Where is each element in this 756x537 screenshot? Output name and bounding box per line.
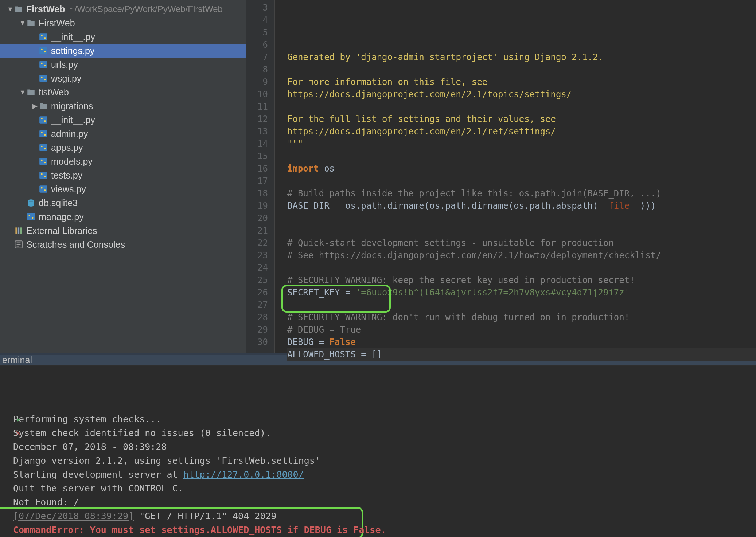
project-tree[interactable]: ▼FirstWeb~/WorkSpace/PyWork/PyWeb/FirstW…: [0, 0, 246, 353]
expand-arrow-icon[interactable]: ▼: [19, 89, 26, 96]
tree-file-apps-py[interactable]: apps.py: [0, 141, 246, 154]
tree-file-urls-py[interactable]: urls.py: [0, 58, 246, 71]
line-number: 16: [246, 162, 268, 175]
tree-folder-migrations[interactable]: ▶migrations: [0, 99, 246, 113]
code-line[interactable]: DEBUG = False: [287, 336, 756, 348]
expand-arrow-icon[interactable]: ▼: [19, 19, 26, 27]
tree-folder-fistweb[interactable]: ▼fistWeb: [0, 85, 246, 99]
code-line[interactable]: SECRET_KEY = '=6uuox9s!b^(l64i&ajvrlss2f…: [287, 286, 756, 299]
code-line[interactable]: # SECURITY WARNING: don't run with debug…: [287, 311, 756, 324]
code-line[interactable]: import os: [287, 162, 756, 175]
svg-point-17: [44, 134, 46, 136]
svg-point-23: [44, 162, 46, 163]
tree-file-models-py[interactable]: models.py: [0, 154, 246, 168]
line-number: 24: [246, 262, 268, 274]
tree-file-external-libraries[interactable]: External Libraries: [0, 224, 246, 238]
terminal-link[interactable]: http://127.0.0.1:8000/: [183, 469, 304, 480]
code-line[interactable]: # Build paths inside the project like th…: [287, 187, 756, 200]
expand-arrow-icon[interactable]: ▶: [31, 102, 39, 110]
tree-file-wsgi-py[interactable]: wsgi.py: [0, 71, 246, 85]
code-line[interactable]: [287, 212, 756, 224]
svg-rect-0: [39, 33, 47, 40]
py-icon: [39, 143, 48, 152]
code-line[interactable]: https://docs.djangoproject.com/en/2.1/to…: [287, 88, 756, 101]
code-token: For the full list of settings and their …: [287, 114, 556, 124]
tree-folder-firstweb[interactable]: ▼FirstWeb: [0, 16, 246, 30]
code-line[interactable]: # Quick-start development settings - uns…: [287, 237, 756, 249]
code-line[interactable]: [287, 63, 756, 76]
line-number: 30: [246, 336, 268, 348]
tree-item-label: tests.py: [51, 170, 82, 181]
tree-item-label: FirstWeb: [26, 4, 65, 15]
terminal-tab[interactable]: erminal: [0, 355, 34, 365]
terminal-text: Performing system checks...: [13, 414, 161, 424]
code-line[interactable]: # See https://docs.djangoproject.com/en/…: [287, 249, 756, 262]
line-number: 13: [246, 125, 268, 138]
terminal-text: System check identified no issues (0 sil…: [13, 428, 271, 438]
code-line[interactable]: Generated by 'django-admin startproject'…: [287, 51, 756, 63]
svg-point-30: [28, 199, 34, 202]
tree-file-tests-py[interactable]: tests.py: [0, 168, 246, 182]
line-number: 3: [246, 1, 268, 14]
code-line[interactable]: [287, 39, 756, 51]
svg-rect-36: [20, 227, 22, 234]
tree-item-label: manage.py: [39, 212, 84, 222]
code-line[interactable]: BASE_DIR = os.path.dirname(os.path.dirna…: [287, 200, 756, 212]
tree-file-db-sqlite3[interactable]: db.sqlite3: [0, 196, 246, 210]
code-token: # Quick-start development settings - uns…: [287, 238, 614, 248]
code-line[interactable]: [287, 150, 756, 162]
tree-file-__init__-py[interactable]: __init__.py: [0, 30, 246, 44]
line-number: 8: [246, 63, 268, 76]
ide-root: ▼FirstWeb~/WorkSpace/PyWork/PyWeb/FirstW…: [0, 0, 756, 537]
py-icon: [39, 157, 48, 166]
terminal-text: Django version 2.1.2, using settings 'Fi…: [13, 455, 320, 466]
code-token: https://docs.djangoproject.com/en/2.1/re…: [287, 126, 556, 137]
tree-file-views-py[interactable]: views.py: [0, 182, 246, 196]
tree-file-manage-py[interactable]: manage.py: [0, 210, 246, 224]
line-number: 19: [246, 200, 268, 212]
code-line[interactable]: For more information on this file, see: [287, 76, 756, 88]
svg-point-4: [41, 49, 43, 50]
code-line[interactable]: https://docs.djangoproject.com/en/2.1/re…: [287, 125, 756, 138]
code-token: # SECURITY WARNING: keep the secret key …: [287, 275, 635, 285]
code-line[interactable]: [287, 175, 756, 187]
code-line[interactable]: ALLOWED_HOSTS = []: [287, 348, 756, 361]
code-token: __file__: [598, 201, 640, 211]
code-token: SECRET_KEY =: [287, 287, 356, 298]
terminal-text: Starting development server at: [13, 469, 183, 480]
code-line[interactable]: [287, 224, 756, 237]
tree-item-label: urls.py: [51, 59, 78, 70]
svg-point-14: [44, 120, 46, 122]
code-line[interactable]: [287, 299, 756, 311]
tree-file-scratches-and-consoles[interactable]: Scratches and Consoles: [0, 238, 246, 251]
terminal[interactable]: ▸Performing system checks...✕System chec…: [0, 366, 756, 537]
tree-folder-firstweb[interactable]: ▼FirstWeb~/WorkSpace/PyWork/PyWeb/FirstW…: [0, 2, 246, 16]
terminal-line: Not Found: /: [13, 495, 756, 509]
tree-item-label: apps.py: [51, 142, 83, 153]
terminal-text: Quit the server with CONTROL-C.: [13, 483, 183, 494]
code-line[interactable]: # DEBUG = True: [287, 324, 756, 336]
code-line[interactable]: # SECURITY WARNING: keep the secret key …: [287, 274, 756, 286]
project-path: ~/WorkSpace/PyWork/PyWeb/FirstWeb: [70, 4, 223, 14]
svg-point-28: [41, 187, 43, 189]
tree-file-admin-py[interactable]: admin.py: [0, 127, 246, 141]
code-line[interactable]: [287, 262, 756, 274]
line-number: 7: [246, 51, 268, 63]
code-area[interactable]: Generated by 'django-admin startproject'…: [284, 0, 756, 353]
expand-arrow-icon[interactable]: ▼: [7, 5, 14, 13]
code-token: https://docs.djangoproject.com/en/2.1/to…: [287, 89, 572, 99]
code-line[interactable]: [287, 101, 756, 113]
tree-file-settings-py[interactable]: settings.py: [0, 44, 246, 58]
code-editor[interactable]: 3456789101112131415161718192021222324252…: [246, 0, 756, 353]
db-icon: [26, 198, 36, 208]
code-token: """: [287, 139, 303, 149]
folder-icon: [26, 18, 36, 28]
svg-point-32: [29, 215, 30, 216]
code-line[interactable]: For the full list of settings and their …: [287, 113, 756, 125]
py-icon: [26, 212, 36, 222]
terminal-text: "GET / HTTP/1.1" 404 2029: [134, 511, 276, 521]
code-line[interactable]: """: [287, 138, 756, 150]
tree-file-__init__-py[interactable]: __init__.py: [0, 113, 246, 127]
tree-item-label: External Libraries: [26, 226, 97, 236]
svg-point-11: [44, 79, 46, 80]
